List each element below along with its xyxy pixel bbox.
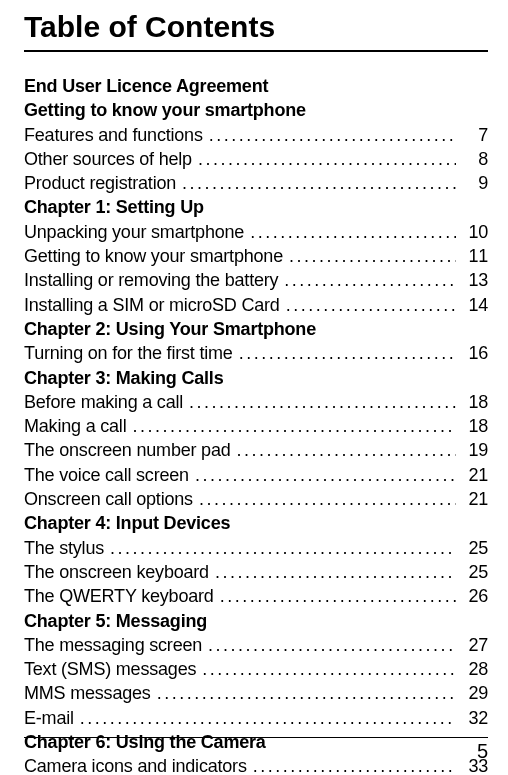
toc-page: 10 [462, 220, 488, 244]
toc-leader [286, 293, 456, 317]
toc-leader [284, 268, 456, 292]
toc-label: The stylus [24, 536, 104, 560]
toc-leader [182, 171, 456, 195]
toc-entry: The messaging screen 27 [24, 633, 488, 657]
toc-page: 16 [462, 341, 488, 365]
toc-leader [157, 681, 456, 705]
toc-page: 7 [462, 123, 488, 147]
toc-leader [199, 487, 456, 511]
section-ch1: Chapter 1: Setting Up [24, 195, 488, 219]
toc-entry: E-mail 32 [24, 706, 488, 730]
toc-label: Installing a SIM or microSD Card [24, 293, 280, 317]
toc-page: 9 [462, 171, 488, 195]
toc-leader [250, 220, 456, 244]
toc-entry: The QWERTY keyboard 26 [24, 584, 488, 608]
toc-page: 21 [462, 463, 488, 487]
toc-page: 8 [462, 147, 488, 171]
section-eula: End User Licence Agreement [24, 74, 488, 98]
toc-leader [110, 536, 456, 560]
toc-leader [132, 414, 456, 438]
toc-page: 18 [462, 414, 488, 438]
toc-entry: The voice call screen 21 [24, 463, 488, 487]
toc-entry: Onscreen call options 21 [24, 487, 488, 511]
toc-entry: Text (SMS) messages 28 [24, 657, 488, 681]
toc-label: Onscreen call options [24, 487, 193, 511]
toc-label: The onscreen number pad [24, 438, 231, 462]
toc-label: The onscreen keyboard [24, 560, 209, 584]
toc-entry: Other sources of help 8 [24, 147, 488, 171]
toc-leader [208, 633, 456, 657]
toc-page: 18 [462, 390, 488, 414]
toc-entry: The onscreen keyboard 25 [24, 560, 488, 584]
toc-page: 13 [462, 268, 488, 292]
toc-entry: Installing a SIM or microSD Card 14 [24, 293, 488, 317]
toc-entry: Product registration 9 [24, 171, 488, 195]
toc-label: Other sources of help [24, 147, 192, 171]
toc-page: 19 [462, 438, 488, 462]
toc-label: The QWERTY keyboard [24, 584, 214, 608]
toc-entry: Unpacking your smartphone 10 [24, 220, 488, 244]
toc-leader [198, 147, 456, 171]
toc-leader [220, 584, 456, 608]
toc-entry: Getting to know your smartphone 11 [24, 244, 488, 268]
toc-page: 27 [462, 633, 488, 657]
toc-label: The messaging screen [24, 633, 202, 657]
toc-label: Installing or removing the battery [24, 268, 278, 292]
toc-leader [239, 341, 456, 365]
page-number: 5 [24, 740, 488, 763]
toc-leader [195, 463, 456, 487]
toc-label: Features and functions [24, 123, 203, 147]
toc-entry: Features and functions 7 [24, 123, 488, 147]
toc-leader [80, 706, 456, 730]
toc-label: MMS messages [24, 681, 151, 705]
section-ch2: Chapter 2: Using Your Smartphone [24, 317, 488, 341]
toc-leader [202, 657, 456, 681]
section-ch5: Chapter 5: Messaging [24, 609, 488, 633]
toc-label: Making a call [24, 414, 126, 438]
toc-page: 25 [462, 536, 488, 560]
page-title: Table of Contents [24, 10, 488, 44]
toc-label: Unpacking your smartphone [24, 220, 244, 244]
toc-leader [189, 390, 456, 414]
toc-entry: The stylus 25 [24, 536, 488, 560]
toc-entry: Turning on for the first time 16 [24, 341, 488, 365]
toc-entry: Before making a call 18 [24, 390, 488, 414]
title-divider [24, 50, 488, 52]
toc-entry: MMS messages 29 [24, 681, 488, 705]
toc-label: Before making a call [24, 390, 183, 414]
toc-page: 26 [462, 584, 488, 608]
toc-label: E-mail [24, 706, 74, 730]
toc-page: 11 [462, 244, 488, 268]
toc-label: The voice call screen [24, 463, 189, 487]
toc-leader [289, 244, 456, 268]
page-footer: 5 [24, 737, 488, 763]
toc-leader [237, 438, 456, 462]
toc-entry: The onscreen number pad 19 [24, 438, 488, 462]
section-ch3: Chapter 3: Making Calls [24, 366, 488, 390]
toc-page: 29 [462, 681, 488, 705]
toc-page: 28 [462, 657, 488, 681]
section-ch4: Chapter 4: Input Devices [24, 511, 488, 535]
toc-entry: Installing or removing the battery 13 [24, 268, 488, 292]
section-intro: Getting to know your smartphone [24, 98, 488, 122]
toc-page: 14 [462, 293, 488, 317]
toc-leader [209, 123, 456, 147]
toc-page: 25 [462, 560, 488, 584]
toc-page: 32 [462, 706, 488, 730]
toc-label: Product registration [24, 171, 176, 195]
toc-leader [215, 560, 456, 584]
footer-divider [24, 737, 488, 738]
toc-label: Text (SMS) messages [24, 657, 196, 681]
toc-label: Getting to know your smartphone [24, 244, 283, 268]
toc-label: Turning on for the first time [24, 341, 233, 365]
toc-entry: Making a call 18 [24, 414, 488, 438]
toc-page: 21 [462, 487, 488, 511]
